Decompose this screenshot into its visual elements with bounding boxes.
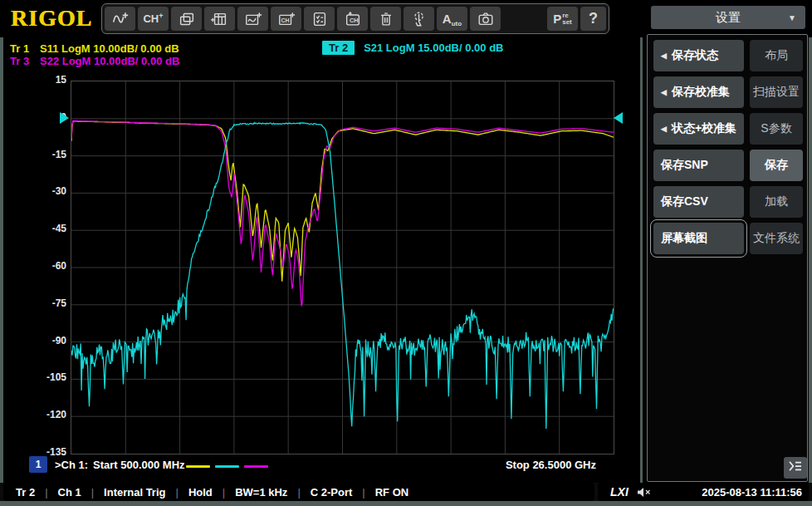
- status-if-bandwidth: BW=1 kHz: [235, 486, 287, 499]
- status-sweep-mode: Hold: [188, 486, 213, 499]
- tab-file-system[interactable]: 文件系统: [750, 223, 803, 254]
- recall-channel-button[interactable]: CH: [337, 7, 368, 31]
- status-active-channel: Ch 1: [58, 486, 81, 499]
- submenu-arrow-icon: ◀: [661, 125, 667, 133]
- folder-channel-icon: CH: [344, 10, 362, 28]
- svg-text:CH: CH: [281, 17, 289, 22]
- preset-button[interactable]: P reset: [547, 7, 578, 31]
- windows-layout-button[interactable]: [171, 7, 202, 31]
- trace3-info[interactable]: Tr 3S22 LogM 10.00dB/ 0.00 dB: [10, 55, 179, 67]
- add-table-button[interactable]: [204, 7, 235, 31]
- menu-item-save-snp[interactable]: 保存SNP: [653, 150, 744, 181]
- side-menu-panel: ◀保存状态 ◀保存校准集 ◀状态+校准集 保存SNP 保存CSV 屏幕截图 布局…: [647, 34, 808, 482]
- touch-icon: [410, 10, 428, 28]
- y-axis-tick: -75: [30, 297, 66, 309]
- auto-label: A: [443, 12, 452, 25]
- y-axis-tick: 15: [30, 74, 66, 86]
- status-rf-power: RF ON: [375, 486, 408, 499]
- status-right-group: LXI 2025-08-13 11:11:56: [598, 483, 809, 501]
- trace3-swatch: [244, 465, 268, 468]
- touch-button[interactable]: [404, 7, 434, 31]
- channel-add-icon: CH+: [143, 12, 163, 25]
- menu-collapse-button[interactable]: [784, 457, 807, 479]
- tab-layout[interactable]: 布局: [750, 40, 803, 71]
- delete-button[interactable]: [370, 7, 401, 31]
- tab-s-parameters[interactable]: S参数: [750, 113, 803, 145]
- settings-dropdown-label: 设置: [716, 10, 741, 26]
- trace2-swatch: [215, 465, 239, 468]
- plot-canvas: [71, 81, 614, 454]
- menu-item-save-csv[interactable]: 保存CSV: [653, 186, 744, 218]
- menu-item-screenshot[interactable]: 屏幕截图: [653, 223, 744, 254]
- window-channel-add-icon: CH: [277, 10, 296, 28]
- trash-icon: [377, 10, 395, 28]
- plot-area[interactable]: [71, 81, 614, 454]
- bezel-right: [809, 37, 812, 501]
- tab-save[interactable]: 保存: [750, 150, 803, 181]
- status-trigger: Internal Trig: [104, 486, 165, 499]
- add-trace-window-button[interactable]: [237, 7, 268, 31]
- toolbar-button-group: CH+ CH: [101, 3, 609, 34]
- auto-scale-button[interactable]: Auto: [437, 7, 467, 31]
- bezel-left: [0, 37, 3, 501]
- y-axis-tick: -105: [30, 371, 66, 383]
- trace3-id: Tr 3: [10, 55, 40, 67]
- clipboard-check-icon: [311, 10, 329, 28]
- trace1-id: Tr 1: [10, 42, 40, 55]
- trace2-info[interactable]: Tr 2S21 LogM 15.00dB/ 0.00 dB: [322, 42, 503, 54]
- bezel-divider: [640, 37, 643, 483]
- y-axis-tick: -60: [30, 260, 66, 272]
- y-axis-tick: -45: [30, 223, 66, 234]
- window-trace-add-icon: [244, 10, 262, 28]
- menu-item-state-cal[interactable]: ◀状态+校准集: [653, 113, 744, 145]
- submenu-arrow-icon: ◀: [661, 52, 667, 60]
- trace1-swatch: [186, 465, 210, 468]
- tab-load[interactable]: 加载: [750, 186, 803, 218]
- trace2-desc: S21 LogM 15.00dB/ 0.00 dB: [364, 42, 503, 54]
- collapse-menu-icon: [788, 460, 803, 475]
- lxi-badge: LXI: [610, 485, 629, 499]
- help-button[interactable]: ?: [580, 7, 606, 31]
- chevron-down-icon: ▼: [788, 13, 796, 22]
- settings-dropdown[interactable]: 设置 ▼: [651, 6, 805, 29]
- stacked-windows-icon: [178, 10, 196, 28]
- svg-text:CH: CH: [349, 17, 358, 24]
- submenu-arrow-icon: ◀: [661, 88, 667, 96]
- trace3-desc: S22 LogM 10.00dB/ 0.00 dB: [40, 55, 179, 67]
- add-channel-window-button[interactable]: CH: [271, 7, 301, 31]
- channel-badge[interactable]: 1: [29, 456, 47, 473]
- status-calibration: C 2-Port: [311, 486, 353, 499]
- sweep-start-label[interactable]: Start 500.000 MHz: [93, 459, 185, 471]
- menu-item-save-cal[interactable]: ◀保存校准集: [653, 76, 744, 108]
- status-active-trace: Tr 2: [16, 486, 35, 499]
- sweep-stop-label[interactable]: Stop 26.5000 GHz: [430, 459, 596, 471]
- status-bar: Tr 2| Ch 1| Internal Trig| Hold| BW=1 kH…: [0, 483, 812, 501]
- datetime-display: 2025-08-13 11:11:56: [702, 486, 802, 499]
- channel-label: >Ch 1:: [55, 459, 88, 471]
- reference-level-marker-right[interactable]: [614, 112, 623, 124]
- trace2-active-badge: Tr 2: [322, 41, 355, 55]
- y-axis-tick: -30: [30, 185, 66, 197]
- reference-level-marker-left[interactable]: [60, 112, 69, 124]
- help-icon: ?: [589, 10, 598, 27]
- status-left-group: Tr 2| Ch 1| Internal Trig| Hold| BW=1 kH…: [3, 483, 594, 501]
- channel-row: 1 >Ch 1: Start 500.000 MHz Stop 26.5000 …: [0, 456, 642, 476]
- recall-trace-button[interactable]: [304, 7, 335, 31]
- add-channel-button[interactable]: CH+: [138, 7, 169, 31]
- camera-icon: [477, 10, 495, 28]
- tab-sweep-settings[interactable]: 扫描设置: [750, 76, 803, 108]
- trace1-desc: S11 LogM 10.00dB/ 0.00 dB: [40, 42, 179, 55]
- screenshot-button[interactable]: [470, 7, 501, 31]
- y-axis-tick: -15: [30, 149, 66, 160]
- menu-item-save-state[interactable]: ◀保存状态: [653, 40, 744, 71]
- trace1-info[interactable]: Tr 1S11 LogM 10.00dB/ 0.00 dB: [10, 42, 179, 55]
- vna-screen: RIGOL CH+: [0, 0, 812, 506]
- speaker-muted-icon[interactable]: [637, 487, 651, 498]
- add-trace-button[interactable]: [105, 7, 135, 31]
- trace-add-icon: [111, 10, 130, 28]
- y-axis-tick: -120: [30, 409, 66, 420]
- bezel-bottom: [0, 501, 812, 506]
- rigol-logo: RIGOL: [5, 3, 98, 33]
- y-axis-tick: -90: [30, 335, 66, 346]
- table-add-icon: [211, 10, 229, 28]
